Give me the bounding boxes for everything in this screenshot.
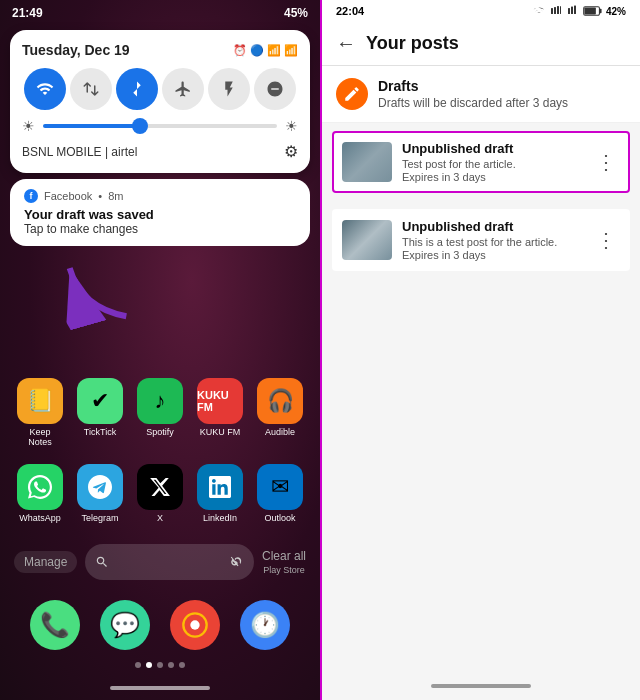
draft-more-menu-2[interactable]: ⋮ <box>592 228 620 252</box>
right-panel: 22:04 42% ← Your posts Drafts Drafts wil… <box>320 0 640 700</box>
draft-info-2: Unpublished draft This is a test post fo… <box>402 219 582 261</box>
brightness-slider[interactable] <box>43 124 277 128</box>
drafts-subtitle: Drafts will be discarded after 3 days <box>378 96 568 110</box>
qs-flashlight[interactable] <box>208 68 250 110</box>
draft-title-2: Unpublished draft <box>402 219 582 234</box>
draft-thumb-2 <box>342 220 392 260</box>
page-title: Your posts <box>366 33 459 54</box>
draft-item-1[interactable]: Unpublished draft Test post for the arti… <box>332 131 630 193</box>
clear-all-button[interactable]: Clear all <box>262 549 306 563</box>
dot-4 <box>168 662 174 668</box>
left-panel: 21:49 45% Tuesday, Dec 19 ⏰ 🔵 📶 📶 <box>0 0 320 700</box>
fb-notif-title: Your draft was saved <box>24 207 296 222</box>
telegram-label: Telegram <box>81 513 118 524</box>
svg-point-1 <box>190 620 199 629</box>
home-indicator-left[interactable] <box>110 686 210 690</box>
app-kukufm[interactable]: KUKU FM KUKU FM <box>193 378 247 449</box>
audible-label: Audible <box>265 427 295 438</box>
draft-item-2[interactable]: Unpublished draft This is a test post fo… <box>332 209 630 271</box>
page-dots <box>0 662 320 668</box>
keep-notes-icon: 📒 <box>17 378 63 424</box>
gear-icon[interactable]: ⚙ <box>284 142 298 161</box>
dock: 📞 💬 🕐 <box>0 600 320 650</box>
bottom-action-bar: Manage Clear all Play Store <box>0 544 320 580</box>
app-outlook[interactable]: ✉ Outlook <box>253 464 307 524</box>
date-row: Tuesday, Dec 19 ⏰ 🔵 📶 📶 <box>22 42 298 58</box>
draft-image-2 <box>342 220 392 260</box>
fb-notification[interactable]: f Drafts Facebook • 8m Your draft was sa… <box>10 179 310 246</box>
draft-expiry-2: Expires in 3 days <box>402 249 582 261</box>
dot-2 <box>146 662 152 668</box>
dot-1 <box>135 662 141 668</box>
draft-title-1: Unpublished draft <box>402 141 582 156</box>
nav-bar-right <box>322 676 640 700</box>
fb-source-text: Facebook <box>44 190 92 202</box>
time-left: 21:49 <box>12 6 43 20</box>
app-spotify[interactable]: ♪ Spotify <box>133 378 187 449</box>
drafts-icon <box>336 78 368 110</box>
dock-clock[interactable]: 🕐 <box>240 600 290 650</box>
status-right-icons: 42% <box>532 5 626 17</box>
app-keep-notes[interactable]: 📒 KeepNotes <box>13 378 67 449</box>
home-indicator-right[interactable] <box>431 684 531 688</box>
svg-rect-8 <box>574 6 576 15</box>
x-icon <box>137 464 183 510</box>
draft-desc-1: Test post for the article. <box>402 158 582 170</box>
qs-dnd[interactable] <box>254 68 296 110</box>
draft-more-menu-1[interactable]: ⋮ <box>592 150 620 174</box>
svg-rect-7 <box>571 7 573 15</box>
spotify-icon: ♪ <box>137 378 183 424</box>
dock-messages[interactable]: 💬 <box>100 600 150 650</box>
notif-date: Tuesday, Dec 19 <box>22 42 130 58</box>
drafts-title: Drafts <box>378 78 568 94</box>
svg-rect-10 <box>599 9 601 13</box>
qs-airplane[interactable] <box>162 68 204 110</box>
fb-notif-body: Tap to make changes <box>24 222 296 236</box>
svg-rect-6 <box>568 8 570 14</box>
qs-bluetooth[interactable] <box>116 68 158 110</box>
dot-3 <box>157 662 163 668</box>
linkedin-label: LinkedIn <box>203 513 237 524</box>
kukufm-label: KUKU FM <box>200 427 241 438</box>
draft-expiry-1: Expires in 3 days <box>402 171 582 183</box>
qs-wifi[interactable] <box>24 68 66 110</box>
app-whatsapp[interactable]: WhatsApp <box>13 464 67 524</box>
ticktick-icon: ✔ <box>77 378 123 424</box>
status-bar-left: 21:49 45% <box>0 0 320 26</box>
x-label: X <box>157 513 163 524</box>
draft-desc-2: This is a test post for the article. <box>402 236 582 248</box>
notification-card[interactable]: Tuesday, Dec 19 ⏰ 🔵 📶 📶 ☀ <box>10 30 310 173</box>
whatsapp-icon <box>17 464 63 510</box>
right-content-area <box>322 279 640 676</box>
app-grid: 📒 KeepNotes ✔ TickTick ♪ Spotify KUKU FM… <box>0 378 320 540</box>
kukufm-icon: KUKU FM <box>197 378 243 424</box>
svg-rect-5 <box>560 6 561 14</box>
app-x[interactable]: X <box>133 464 187 524</box>
back-button[interactable]: ← <box>336 32 356 55</box>
linkedin-icon <box>197 464 243 510</box>
outlook-icon: ✉ <box>257 464 303 510</box>
battery-right: 42% <box>606 6 626 17</box>
qs-data[interactable] <box>70 68 112 110</box>
play-store-label: Play Store <box>263 565 305 575</box>
svg-rect-11 <box>584 7 595 14</box>
app-audible[interactable]: 🎧 Audible <box>253 378 307 449</box>
arrow-overlay <box>39 239 152 364</box>
spotify-label: Spotify <box>146 427 174 438</box>
dock-phone[interactable]: 📞 <box>30 600 80 650</box>
app-ticktick[interactable]: ✔ TickTick <box>73 378 127 449</box>
fb-time: 8m <box>108 190 123 202</box>
drafts-text: Drafts Drafts will be discarded after 3 … <box>378 78 568 110</box>
draft-thumb-1 <box>342 142 392 182</box>
app-telegram[interactable]: Telegram <box>73 464 127 524</box>
status-bar-right: 22:04 42% <box>322 0 640 22</box>
app-linkedin[interactable]: LinkedIn <box>193 464 247 524</box>
drafts-section: Drafts Drafts will be discarded after 3 … <box>322 66 640 123</box>
svg-rect-4 <box>557 6 559 14</box>
dock-chrome[interactable] <box>170 600 220 650</box>
dot-5 <box>179 662 185 668</box>
manage-button[interactable]: Manage <box>14 551 77 573</box>
ticktick-label: TickTick <box>84 427 116 438</box>
app-row-1: 📒 KeepNotes ✔ TickTick ♪ Spotify KUKU FM… <box>10 378 310 449</box>
search-bar[interactable] <box>85 544 254 580</box>
